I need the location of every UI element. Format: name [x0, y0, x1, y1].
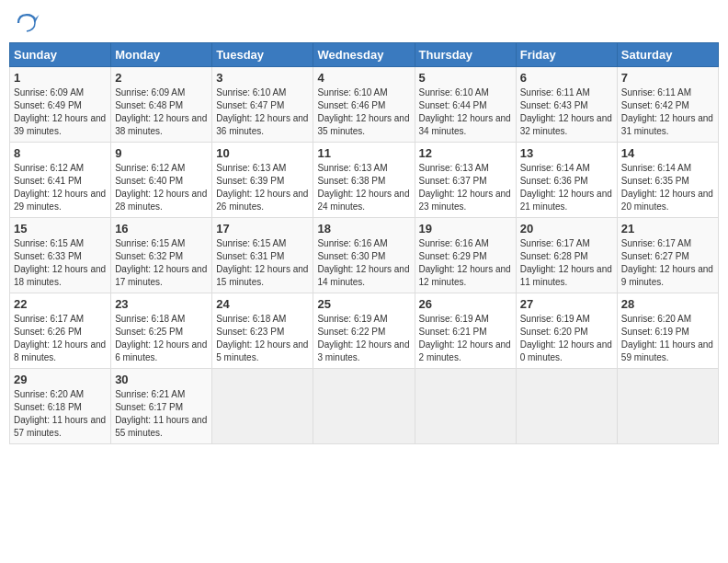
calendar-cell: 10 Sunrise: 6:13 AM Sunset: 6:39 PM Dayl… [212, 143, 313, 218]
day-number: 8 [14, 146, 107, 160]
day-info: Sunrise: 6:10 AM Sunset: 6:44 PM Dayligh… [419, 86, 512, 138]
day-info: Sunrise: 6:17 AM Sunset: 6:27 PM Dayligh… [621, 237, 714, 289]
day-number: 30 [115, 373, 208, 386]
calendar-cell: 17 Sunrise: 6:15 AM Sunset: 6:31 PM Dayl… [212, 218, 313, 293]
day-info: Sunrise: 6:18 AM Sunset: 6:23 PM Dayligh… [216, 313, 309, 364]
calendar-cell [617, 369, 718, 444]
day-info: Sunrise: 6:13 AM Sunset: 6:38 PM Dayligh… [317, 162, 410, 213]
calendar-cell: 19 Sunrise: 6:16 AM Sunset: 6:29 PM Dayl… [415, 218, 516, 293]
calendar-cell [415, 369, 516, 444]
day-info: Sunrise: 6:15 AM Sunset: 6:32 PM Dayligh… [115, 237, 208, 289]
calendar-cell: 15 Sunrise: 6:15 AM Sunset: 6:33 PM Dayl… [10, 218, 111, 293]
day-number: 2 [115, 71, 208, 85]
calendar-cell: 12 Sunrise: 6:13 AM Sunset: 6:37 PM Dayl… [415, 143, 516, 218]
day-number: 1 [14, 71, 107, 85]
day-info: Sunrise: 6:19 AM Sunset: 6:20 PM Dayligh… [520, 313, 613, 364]
day-info: Sunrise: 6:10 AM Sunset: 6:46 PM Dayligh… [317, 86, 410, 138]
weekday-header: Thursday [415, 43, 516, 67]
calendar-cell: 8 Sunrise: 6:12 AM Sunset: 6:41 PM Dayli… [10, 143, 111, 218]
calendar-cell: 30 Sunrise: 6:21 AM Sunset: 6:17 PM Dayl… [111, 369, 212, 444]
calendar-cell: 25 Sunrise: 6:19 AM Sunset: 6:22 PM Dayl… [313, 293, 415, 369]
day-number: 22 [14, 297, 107, 311]
day-number: 12 [419, 146, 512, 160]
calendar-cell: 2 Sunrise: 6:09 AM Sunset: 6:48 PM Dayli… [111, 67, 212, 143]
day-number: 17 [216, 222, 309, 236]
calendar-cell: 3 Sunrise: 6:10 AM Sunset: 6:47 PM Dayli… [212, 67, 313, 143]
day-info: Sunrise: 6:11 AM Sunset: 6:43 PM Dayligh… [520, 86, 613, 138]
day-info: Sunrise: 6:09 AM Sunset: 6:49 PM Dayligh… [14, 86, 107, 138]
day-info: Sunrise: 6:18 AM Sunset: 6:25 PM Dayligh… [115, 313, 208, 364]
day-info: Sunrise: 6:19 AM Sunset: 6:22 PM Dayligh… [317, 313, 410, 364]
weekday-header: Wednesday [313, 43, 415, 67]
weekday-header: Sunday [10, 43, 111, 67]
calendar-cell: 7 Sunrise: 6:11 AM Sunset: 6:42 PM Dayli… [617, 67, 718, 143]
calendar-cell: 11 Sunrise: 6:13 AM Sunset: 6:38 PM Dayl… [313, 143, 415, 218]
day-number: 10 [216, 146, 309, 160]
day-number: 18 [317, 222, 410, 236]
day-number: 25 [317, 297, 410, 311]
day-info: Sunrise: 6:14 AM Sunset: 6:36 PM Dayligh… [520, 162, 613, 213]
day-info: Sunrise: 6:12 AM Sunset: 6:41 PM Dayligh… [14, 162, 107, 213]
day-info: Sunrise: 6:13 AM Sunset: 6:39 PM Dayligh… [216, 162, 309, 213]
day-info: Sunrise: 6:09 AM Sunset: 6:48 PM Dayligh… [115, 86, 208, 138]
calendar-cell: 23 Sunrise: 6:18 AM Sunset: 6:25 PM Dayl… [111, 293, 212, 369]
day-number: 28 [621, 297, 714, 311]
day-info: Sunrise: 6:15 AM Sunset: 6:31 PM Dayligh… [216, 237, 309, 289]
calendar-cell: 16 Sunrise: 6:15 AM Sunset: 6:32 PM Dayl… [111, 218, 212, 293]
day-number: 27 [520, 297, 613, 311]
day-info: Sunrise: 6:17 AM Sunset: 6:28 PM Dayligh… [520, 237, 613, 289]
day-number: 29 [14, 373, 107, 386]
day-info: Sunrise: 6:17 AM Sunset: 6:26 PM Dayligh… [14, 313, 107, 364]
day-info: Sunrise: 6:15 AM Sunset: 6:33 PM Dayligh… [14, 237, 107, 289]
calendar-cell: 21 Sunrise: 6:17 AM Sunset: 6:27 PM Dayl… [617, 218, 718, 293]
weekday-header: Saturday [617, 43, 718, 67]
day-info: Sunrise: 6:20 AM Sunset: 6:18 PM Dayligh… [14, 388, 107, 440]
calendar-cell: 6 Sunrise: 6:11 AM Sunset: 6:43 PM Dayli… [516, 67, 617, 143]
day-number: 23 [115, 297, 208, 311]
day-info: Sunrise: 6:16 AM Sunset: 6:30 PM Dayligh… [317, 237, 410, 289]
day-number: 3 [216, 71, 309, 85]
day-number: 13 [520, 146, 613, 160]
day-info: Sunrise: 6:21 AM Sunset: 6:17 PM Dayligh… [115, 388, 208, 440]
day-info: Sunrise: 6:12 AM Sunset: 6:40 PM Dayligh… [115, 162, 208, 213]
day-number: 9 [115, 146, 208, 160]
calendar-cell [313, 369, 415, 444]
weekday-header: Friday [516, 43, 617, 67]
calendar-cell: 5 Sunrise: 6:10 AM Sunset: 6:44 PM Dayli… [415, 67, 516, 143]
calendar-cell: 1 Sunrise: 6:09 AM Sunset: 6:49 PM Dayli… [10, 67, 111, 143]
logo [13, 9, 44, 37]
day-number: 11 [317, 146, 410, 160]
day-info: Sunrise: 6:16 AM Sunset: 6:29 PM Dayligh… [419, 237, 512, 289]
day-number: 20 [520, 222, 613, 236]
day-number: 14 [621, 146, 714, 160]
calendar-cell [212, 369, 313, 444]
day-info: Sunrise: 6:13 AM Sunset: 6:37 PM Dayligh… [419, 162, 512, 213]
day-info: Sunrise: 6:20 AM Sunset: 6:19 PM Dayligh… [621, 313, 714, 364]
weekday-header: Monday [111, 43, 212, 67]
calendar-cell: 27 Sunrise: 6:19 AM Sunset: 6:20 PM Dayl… [516, 293, 617, 369]
calendar-cell: 29 Sunrise: 6:20 AM Sunset: 6:18 PM Dayl… [10, 369, 111, 444]
calendar-cell [516, 369, 617, 444]
day-number: 4 [317, 71, 410, 85]
day-info: Sunrise: 6:11 AM Sunset: 6:42 PM Dayligh… [621, 86, 714, 138]
logo-icon [13, 9, 40, 37]
calendar-cell: 26 Sunrise: 6:19 AM Sunset: 6:21 PM Dayl… [415, 293, 516, 369]
day-number: 15 [14, 222, 107, 236]
day-number: 19 [419, 222, 512, 236]
day-info: Sunrise: 6:19 AM Sunset: 6:21 PM Dayligh… [419, 313, 512, 364]
calendar-cell: 4 Sunrise: 6:10 AM Sunset: 6:46 PM Dayli… [313, 67, 415, 143]
day-number: 6 [520, 71, 613, 85]
day-number: 7 [621, 71, 714, 85]
weekday-header: Tuesday [212, 43, 313, 67]
calendar-table: SundayMondayTuesdayWednesdayThursdayFrid… [9, 42, 719, 444]
calendar-cell: 24 Sunrise: 6:18 AM Sunset: 6:23 PM Dayl… [212, 293, 313, 369]
day-info: Sunrise: 6:10 AM Sunset: 6:47 PM Dayligh… [216, 86, 309, 138]
day-number: 24 [216, 297, 309, 311]
day-number: 16 [115, 222, 208, 236]
page-header [9, 9, 719, 37]
calendar-cell: 18 Sunrise: 6:16 AM Sunset: 6:30 PM Dayl… [313, 218, 415, 293]
day-number: 21 [621, 222, 714, 236]
calendar-cell: 20 Sunrise: 6:17 AM Sunset: 6:28 PM Dayl… [516, 218, 617, 293]
calendar-cell: 22 Sunrise: 6:17 AM Sunset: 6:26 PM Dayl… [10, 293, 111, 369]
calendar-cell: 28 Sunrise: 6:20 AM Sunset: 6:19 PM Dayl… [617, 293, 718, 369]
